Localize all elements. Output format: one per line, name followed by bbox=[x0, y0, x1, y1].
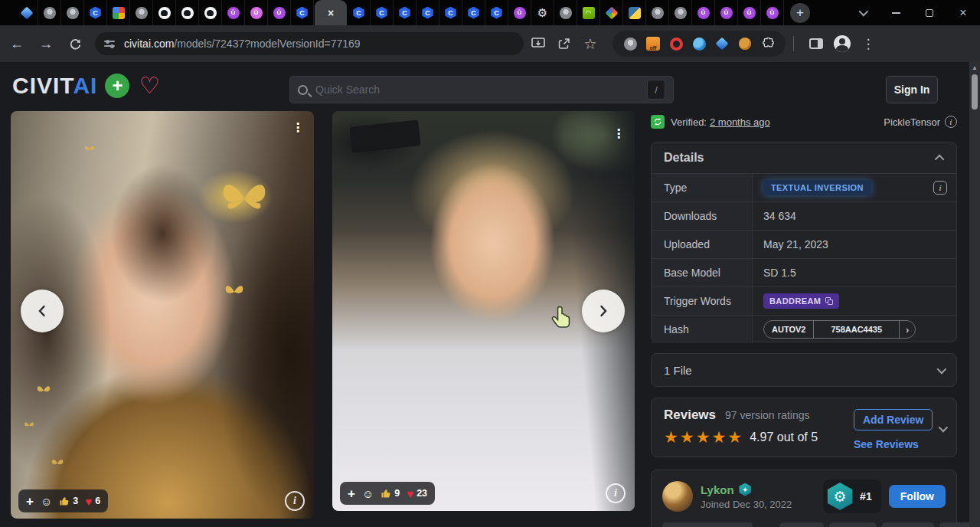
earth-extension-icon[interactable] bbox=[688, 32, 710, 55]
image-menu-dots-icon[interactable]: ⋮ bbox=[610, 123, 627, 143]
verified-time-link[interactable]: 2 months ago bbox=[710, 116, 770, 128]
heart-count[interactable]: ♥ 23 bbox=[407, 488, 427, 499]
tab-search-icon[interactable] bbox=[845, 0, 879, 25]
u-purple-tab[interactable] bbox=[508, 0, 531, 25]
forward-button[interactable]: → bbox=[34, 31, 58, 56]
civitai-tab[interactable] bbox=[416, 0, 439, 25]
details-header[interactable]: Details bbox=[652, 142, 956, 173]
globe-tab[interactable] bbox=[554, 0, 577, 25]
sign-in-button[interactable]: Sign In bbox=[886, 76, 938, 103]
chevron-down-icon[interactable] bbox=[939, 422, 949, 432]
civitai-tab[interactable] bbox=[462, 0, 485, 25]
favorites-heart-icon[interactable]: ♡ bbox=[139, 74, 159, 97]
globe-extension-icon[interactable] bbox=[619, 32, 642, 55]
github-tab[interactable] bbox=[199, 0, 222, 25]
heart-count[interactable]: ♥ 6 bbox=[85, 496, 100, 507]
hash-pill[interactable]: AUTOV2 758AAC4435 › bbox=[763, 320, 916, 339]
hash-value[interactable]: 758AAC4435 bbox=[813, 321, 899, 338]
page-scrollbar[interactable]: ▲ bbox=[969, 62, 980, 527]
url-text[interactable]: civitai.com/models/72437?modelVersionId=… bbox=[124, 38, 361, 50]
diamond-blue-tab[interactable] bbox=[15, 0, 38, 25]
type-info-icon[interactable]: i bbox=[933, 181, 947, 195]
thumbs-up-count[interactable]: 9 bbox=[381, 488, 400, 499]
file-format-info-icon[interactable]: i bbox=[945, 116, 957, 128]
off-extension-icon[interactable]: off bbox=[642, 32, 665, 55]
u-purple-tab[interactable] bbox=[761, 0, 784, 25]
gear-tab[interactable] bbox=[531, 0, 554, 25]
menu-dots-icon[interactable]: ⋮ bbox=[857, 32, 880, 55]
grid-tab[interactable] bbox=[107, 0, 130, 25]
back-button[interactable]: ← bbox=[5, 31, 29, 56]
u-purple-tab[interactable] bbox=[715, 0, 738, 25]
hash-expand-chevron[interactable]: › bbox=[899, 321, 915, 338]
nvidia-tab[interactable] bbox=[577, 0, 600, 25]
carousel-next-button[interactable] bbox=[582, 290, 625, 332]
thumbs-up-count[interactable]: 3 bbox=[59, 496, 78, 506]
maximize-button[interactable] bbox=[913, 0, 946, 25]
carousel-prev-button[interactable] bbox=[21, 290, 64, 332]
python-tab[interactable] bbox=[623, 0, 646, 25]
active-tab[interactable]: × bbox=[315, 0, 347, 25]
star-icon: ★ bbox=[680, 429, 694, 445]
add-review-button[interactable]: Add Review bbox=[854, 409, 933, 430]
new-tab-button[interactable]: + bbox=[790, 3, 810, 23]
globe-tab[interactable] bbox=[38, 0, 61, 25]
create-plus-button[interactable]: + bbox=[105, 74, 129, 98]
smiley-reaction-icon[interactable]: ☺ bbox=[41, 496, 52, 507]
image-menu-dots-icon[interactable]: ⋮ bbox=[289, 117, 306, 137]
share-icon[interactable] bbox=[553, 32, 576, 55]
globe-tab[interactable] bbox=[61, 0, 84, 25]
diamond-extension-icon[interactable] bbox=[710, 32, 733, 55]
add-reaction-button[interactable]: + bbox=[348, 487, 355, 500]
scroll-up-arrow[interactable]: ▲ bbox=[969, 64, 980, 71]
copy-icon[interactable] bbox=[825, 297, 833, 305]
u-purple-tab[interactable] bbox=[692, 0, 715, 25]
u-purple-tab[interactable] bbox=[738, 0, 761, 25]
type-badge[interactable]: TEXTUAL INVERSION bbox=[763, 180, 871, 195]
civitai-tab[interactable] bbox=[84, 0, 107, 25]
u-magenta-tab[interactable] bbox=[245, 0, 268, 25]
cookie-extension-icon[interactable] bbox=[733, 32, 756, 55]
bookmark-star-icon[interactable]: ☆ bbox=[579, 32, 602, 55]
scrollbar-thumb[interactable] bbox=[972, 74, 978, 110]
search-bar[interactable]: / bbox=[289, 76, 674, 103]
globe-tab[interactable] bbox=[130, 0, 153, 25]
civitai-tab[interactable] bbox=[371, 0, 394, 25]
civitai-tab[interactable] bbox=[485, 0, 508, 25]
smiley-reaction-icon[interactable]: ☺ bbox=[362, 488, 374, 499]
add-reaction-button[interactable]: + bbox=[26, 495, 34, 508]
civitai-logo[interactable]: CIVITAI + ♡ bbox=[12, 73, 159, 99]
url-bar[interactable]: civitai.com/models/72437?modelVersionId=… bbox=[95, 32, 524, 55]
github-tab[interactable] bbox=[153, 0, 176, 25]
civitai-tab[interactable] bbox=[394, 0, 416, 25]
site-settings-icon[interactable] bbox=[104, 38, 116, 50]
minimize-button[interactable] bbox=[879, 0, 913, 25]
github-tab[interactable] bbox=[176, 0, 199, 25]
globe-tab[interactable] bbox=[669, 0, 692, 25]
creator-avatar[interactable] bbox=[662, 481, 693, 512]
diamond-multi-tab[interactable] bbox=[600, 0, 623, 25]
opera-extension-icon[interactable] bbox=[665, 32, 688, 55]
search-input[interactable] bbox=[315, 83, 647, 96]
install-app-icon[interactable] bbox=[527, 32, 550, 55]
follow-button[interactable]: Follow bbox=[889, 485, 946, 508]
civitai-tab[interactable] bbox=[291, 0, 314, 25]
globe-tab[interactable] bbox=[646, 0, 669, 25]
creator-name-link[interactable]: Lykon bbox=[701, 483, 734, 496]
detail-row-hash: Hash AUTOV2 758AAC4435 › bbox=[652, 315, 956, 343]
extensions-puzzle-icon[interactable] bbox=[756, 32, 779, 55]
image-info-button[interactable]: i bbox=[606, 483, 626, 503]
tab-close-icon[interactable]: × bbox=[328, 8, 334, 18]
civitai-tab[interactable] bbox=[348, 0, 371, 25]
u-purple-tab[interactable] bbox=[268, 0, 291, 25]
profile-avatar-icon[interactable] bbox=[831, 32, 854, 55]
close-window-button[interactable]: × bbox=[946, 0, 980, 25]
civitai-tab[interactable] bbox=[439, 0, 462, 25]
see-reviews-link[interactable]: See Reviews bbox=[854, 438, 919, 450]
image-info-button[interactable]: i bbox=[285, 491, 305, 511]
u-purple-tab[interactable] bbox=[222, 0, 245, 25]
trigger-word-badge[interactable]: BADDREAM bbox=[763, 293, 839, 309]
reload-button[interactable] bbox=[63, 31, 87, 56]
side-panel-icon[interactable] bbox=[805, 32, 828, 55]
files-card[interactable]: 1 File bbox=[651, 353, 957, 387]
